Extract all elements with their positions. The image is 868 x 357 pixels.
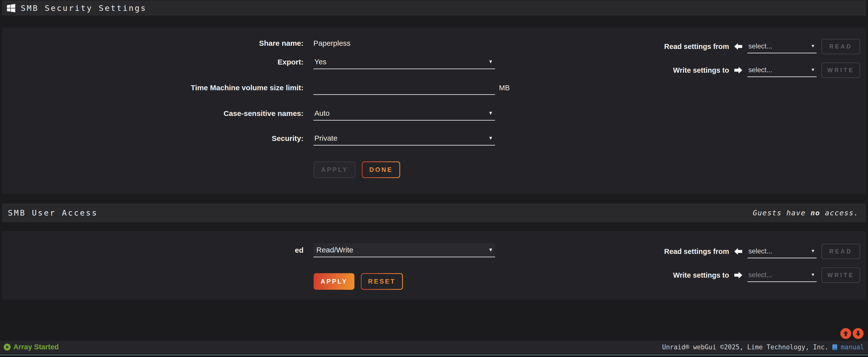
smb-security-panel: Share name: Paperpless Export: Yes ▼ Tim… bbox=[2, 28, 866, 194]
tm-limit-input[interactable] bbox=[313, 81, 495, 95]
read-settings-label: Read settings from bbox=[581, 42, 729, 51]
write-settings-select[interactable]: select... ▼ bbox=[747, 63, 816, 77]
read-settings-select[interactable]: select... ▼ bbox=[747, 244, 816, 258]
tm-limit-suffix: MB bbox=[499, 84, 510, 92]
security-actions: APPLY DONE bbox=[314, 161, 400, 178]
windows-icon bbox=[7, 4, 15, 12]
apply-button[interactable]: APPLY bbox=[314, 161, 355, 178]
case-sensitive-label: Case-sensitive names: bbox=[2, 109, 304, 118]
chevron-down-icon: ▼ bbox=[811, 67, 816, 72]
chevron-down-icon: ▼ bbox=[811, 248, 816, 254]
tm-limit-row: Time Machine volume size limit: MB bbox=[2, 80, 526, 95]
page-title: SMB Security Settings bbox=[21, 3, 147, 13]
write-settings-label: Write settings to bbox=[581, 271, 729, 279]
user-access-actions: APPLY RESET bbox=[314, 273, 403, 290]
smb-user-access-title-bar: SMB User Access Guests have no access. bbox=[2, 204, 866, 222]
arrow-right-icon bbox=[729, 271, 747, 279]
write-settings-label: Write settings to bbox=[581, 66, 729, 75]
smb-user-access-panel: ed Read/Write ▼ APPLY RESET Read setting… bbox=[2, 231, 866, 300]
smb-security-title-bar: SMB Security Settings bbox=[2, 0, 866, 16]
export-row: Export: Yes ▼ bbox=[2, 55, 526, 69]
chevron-down-icon: ▼ bbox=[488, 59, 495, 64]
export-label: Export: bbox=[2, 58, 304, 66]
manual-link[interactable]: manual bbox=[841, 344, 864, 351]
write-settings-row: Write settings to select... ▼ WRITE bbox=[581, 268, 860, 282]
user-ed-label: ed bbox=[2, 246, 304, 255]
bottom-accent-line bbox=[0, 354, 868, 356]
read-button[interactable]: READ bbox=[822, 39, 860, 54]
arrow-left-icon bbox=[729, 43, 747, 50]
read-settings-row: Read settings from select... ▼ READ bbox=[581, 244, 860, 259]
arrow-up-icon bbox=[842, 330, 849, 337]
bottom-edge bbox=[0, 356, 868, 357]
reset-button[interactable]: RESET bbox=[361, 273, 403, 290]
play-circle-icon bbox=[3, 344, 11, 351]
chevron-down-icon: ▼ bbox=[811, 43, 816, 49]
apply-button[interactable]: APPLY bbox=[314, 273, 354, 290]
user-ed-row: ed Read/Write ▼ bbox=[2, 243, 526, 258]
chevron-down-icon: ▼ bbox=[488, 135, 495, 141]
book-icon bbox=[831, 344, 838, 350]
arrow-left-icon bbox=[729, 248, 747, 255]
read-button[interactable]: READ bbox=[822, 244, 860, 259]
write-settings-row: Write settings to select... ▼ WRITE bbox=[581, 63, 860, 78]
section-title: SMB User Access bbox=[8, 208, 98, 217]
array-status: Array Started bbox=[3, 343, 59, 351]
tm-limit-label: Time Machine volume size limit: bbox=[2, 84, 304, 92]
read-settings-select[interactable]: select... ▼ bbox=[747, 39, 816, 53]
case-sensitive-select[interactable]: Auto ▼ bbox=[313, 106, 495, 121]
share-name-row: Share name: Paperpless bbox=[2, 36, 526, 51]
guest-access-note: Guests have no access. bbox=[753, 209, 859, 217]
read-settings-row: Read settings from select... ▼ READ bbox=[581, 39, 860, 54]
read-settings-label: Read settings from bbox=[581, 247, 729, 256]
case-sensitive-row: Case-sensitive names: Auto ▼ bbox=[2, 106, 526, 121]
security-label: Security: bbox=[2, 134, 304, 143]
scroll-buttons bbox=[840, 328, 864, 339]
security-row: Security: Private ▼ bbox=[2, 131, 526, 146]
share-name-value: Paperpless bbox=[313, 39, 350, 48]
chevron-down-icon: ▼ bbox=[488, 247, 495, 253]
chevron-down-icon: ▼ bbox=[811, 272, 816, 277]
arrow-down-icon bbox=[855, 330, 862, 337]
done-button[interactable]: DONE bbox=[362, 161, 400, 178]
arrow-right-icon bbox=[729, 66, 747, 74]
scroll-top-button[interactable] bbox=[840, 328, 851, 339]
user-ed-access-select[interactable]: Read/Write ▼ bbox=[313, 243, 495, 257]
scroll-bottom-button[interactable] bbox=[853, 328, 864, 339]
export-select[interactable]: Yes ▼ bbox=[313, 55, 495, 69]
footer-bar: Array Started Unraid® webGui ©2025, Lime… bbox=[0, 341, 868, 353]
write-button[interactable]: WRITE bbox=[822, 63, 860, 78]
copyright: Unraid® webGui ©2025, Lime Technology, I… bbox=[662, 344, 864, 351]
share-name-label: Share name: bbox=[2, 39, 304, 48]
chevron-down-icon: ▼ bbox=[488, 110, 495, 116]
array-status-text: Array Started bbox=[13, 343, 59, 351]
write-settings-select[interactable]: select... ▼ bbox=[747, 268, 816, 282]
security-select[interactable]: Private ▼ bbox=[313, 131, 495, 146]
write-button[interactable]: WRITE bbox=[822, 268, 860, 283]
